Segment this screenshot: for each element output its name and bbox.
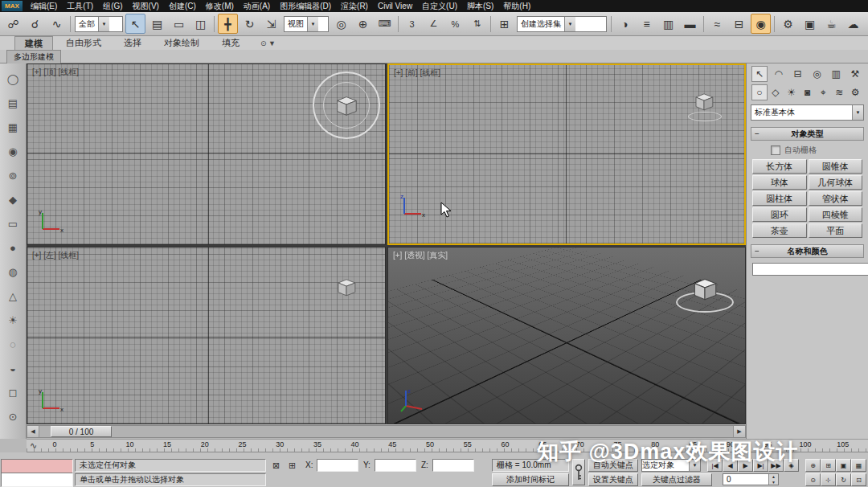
modeling-tool-icon[interactable]: ◒	[4, 359, 22, 377]
viewport-front[interactable]: [+] [前] [线框] x z	[387, 63, 746, 245]
zoom-extents-all-icon[interactable]: ▦	[851, 459, 866, 472]
rectangular-selection-icon[interactable]: ▭	[169, 14, 189, 34]
zoom-icon[interactable]: ⊕	[805, 459, 821, 472]
material-editor-icon[interactable]: ◉	[751, 14, 771, 34]
curve-editor-icon[interactable]: ≈	[707, 14, 727, 34]
maximize-viewport-icon[interactable]: ⊡	[851, 473, 866, 486]
menu-item[interactable]: 图形编辑器(D)	[275, 0, 336, 12]
set-key-button[interactable]: 设置关键点	[588, 473, 638, 486]
viewport-top-label[interactable]: [+] [顶] [线框]	[32, 67, 79, 78]
ribbon-tab-modeling[interactable]: 建模	[14, 36, 53, 51]
menu-item[interactable]: 帮助(H)	[498, 0, 535, 12]
display-tab-icon[interactable]: ▥	[828, 66, 844, 82]
modeling-tool-icon[interactable]: ⊚	[4, 166, 22, 184]
menu-item[interactable]: 渲染(R)	[336, 0, 373, 12]
keyboard-override-icon[interactable]: ⌨	[375, 14, 395, 34]
ribbon-tab-selection[interactable]: 选择	[114, 36, 151, 50]
zoom-all-icon[interactable]: ⊞	[821, 459, 836, 472]
primitive-button[interactable]: 茶壶	[752, 223, 807, 238]
object-type-rollout[interactable]: − 对象类型	[751, 127, 864, 141]
snaps-toggle-icon[interactable]: 3	[402, 14, 422, 34]
maxscript-mini-listener-macro[interactable]	[1, 459, 73, 473]
utilities-tab-icon[interactable]: ⚒	[847, 66, 863, 82]
menu-item[interactable]: Civil View	[373, 0, 417, 12]
viewport-front-label[interactable]: [+] [前] [线框]	[394, 68, 440, 79]
primitive-category-dropdown[interactable]: 标准基本体 ▼	[751, 104, 864, 121]
menu-item[interactable]: 编辑(E)	[26, 0, 62, 12]
primitive-button[interactable]: 几何球体	[809, 175, 863, 190]
select-object-icon[interactable]: ↖	[125, 14, 145, 34]
unlink-selection-icon[interactable]: ☌	[25, 14, 45, 34]
select-and-manipulate-icon[interactable]: ⊕	[353, 14, 373, 34]
layer-explorer-icon[interactable]: ▥	[658, 14, 678, 34]
primitive-button[interactable]: 平面	[809, 223, 863, 238]
viewport-left[interactable]: [+] [左] [线框] x y	[27, 247, 386, 424]
create-tab-icon[interactable]: ↖	[751, 66, 768, 82]
helpers-category-icon[interactable]: ⌖	[815, 84, 831, 100]
current-frame-spinner[interactable]: 0 ▲▼	[723, 473, 779, 485]
modeling-tool-icon[interactable]: ☀	[4, 311, 22, 329]
align-icon[interactable]: ≡	[637, 14, 657, 34]
name-color-rollout[interactable]: − 名称和颜色	[751, 244, 864, 258]
select-and-scale-icon[interactable]: ⇲	[261, 14, 281, 34]
modeling-tool-icon[interactable]: ⊙	[4, 407, 22, 425]
modeling-tool-icon[interactable]: ◻	[4, 383, 22, 401]
named-selection-sets-icon[interactable]: ⊞	[494, 14, 514, 34]
mirror-icon[interactable]: ◑	[615, 14, 635, 34]
cloud-render-icon[interactable]: ☁	[843, 14, 863, 34]
shapes-category-icon[interactable]: ◇	[768, 84, 784, 100]
time-slider-left-arrow[interactable]: ◀	[27, 426, 39, 437]
primitive-button[interactable]: 球体	[752, 175, 807, 190]
ribbon-tab-populate[interactable]: 填充	[212, 36, 249, 50]
box-object[interactable]	[334, 275, 358, 299]
cameras-category-icon[interactable]: ◙	[800, 84, 816, 100]
space-warps-category-icon[interactable]: ≋	[831, 84, 847, 100]
object-name-input[interactable]	[752, 263, 868, 276]
primitive-button[interactable]: 圆环	[752, 207, 807, 222]
select-and-move-icon[interactable]: ╋	[218, 14, 238, 34]
ribbon-minimize-icon[interactable]: ⊙ ▼	[260, 39, 276, 47]
modeling-tool-icon[interactable]: ▦	[4, 118, 22, 136]
reference-coordinate-dropdown[interactable]: 视图 ▼	[284, 16, 329, 32]
mini-curve-editor-icon[interactable]: ∿	[30, 440, 37, 451]
orbit-icon[interactable]: ↻	[836, 473, 851, 486]
selection-filter-dropdown[interactable]: 全部 ▼	[75, 16, 123, 32]
viewport-perspective[interactable]: [+] [透视] [真实] z	[387, 247, 746, 424]
add-time-tag-button[interactable]: 添加时间标记	[492, 473, 569, 486]
box-object[interactable]	[690, 273, 720, 304]
ribbon-tab-object-paint[interactable]: 对象绘制	[154, 36, 209, 50]
polygon-modeling-panel-tab[interactable]: 多边形建模	[6, 50, 61, 63]
menu-item[interactable]: 组(G)	[98, 0, 127, 12]
primitive-button[interactable]: 四棱锥	[809, 207, 863, 222]
time-slider-right-arrow[interactable]: ▶	[733, 426, 745, 437]
modeling-tool-icon[interactable]: ◉	[4, 142, 22, 160]
modeling-tool-icon[interactable]: ◍	[4, 263, 22, 280]
primitive-button[interactable]: 长方体	[752, 159, 807, 174]
y-coord-field[interactable]	[375, 459, 416, 472]
pan-icon[interactable]: ⊹	[821, 473, 836, 486]
box-object[interactable]	[692, 89, 716, 113]
angle-snap-icon[interactable]: ∠	[424, 14, 444, 34]
rendered-frame-window-icon[interactable]: ▣	[800, 14, 820, 34]
z-coord-field[interactable]	[432, 459, 474, 472]
render-production-icon[interactable]: ☕	[821, 14, 841, 34]
selection-lock-icon[interactable]: ⊠	[269, 459, 283, 472]
spinner-snap-icon[interactable]: ⇅	[467, 14, 487, 34]
menu-item[interactable]: 工具(T)	[62, 0, 98, 12]
modeling-tool-icon[interactable]: ●	[4, 239, 22, 256]
window-crossing-icon[interactable]: ◫	[190, 14, 211, 34]
spinner-arrows-icon[interactable]: ▲▼	[768, 474, 778, 485]
geometry-category-icon[interactable]: ○	[751, 84, 768, 100]
time-slider-track[interactable]	[112, 426, 733, 437]
primitive-button[interactable]: 圆锥体	[809, 159, 863, 174]
app-logo-icon[interactable]: MAX	[2, 1, 23, 11]
primitive-button[interactable]: 管状体	[809, 191, 863, 206]
menu-item[interactable]: 创建(C)	[164, 0, 201, 12]
box-object[interactable]	[333, 92, 360, 119]
named-selection-set-combo[interactable]: 创建选择集 ▼	[517, 16, 607, 32]
lights-category-icon[interactable]: ☀	[784, 84, 800, 100]
maxscript-mini-listener[interactable]	[1, 473, 73, 487]
modeling-tool-icon[interactable]: ▭	[4, 215, 22, 232]
menu-item[interactable]: 脚本(S)	[462, 0, 498, 12]
menu-item[interactable]: 自定义(U)	[417, 0, 462, 12]
